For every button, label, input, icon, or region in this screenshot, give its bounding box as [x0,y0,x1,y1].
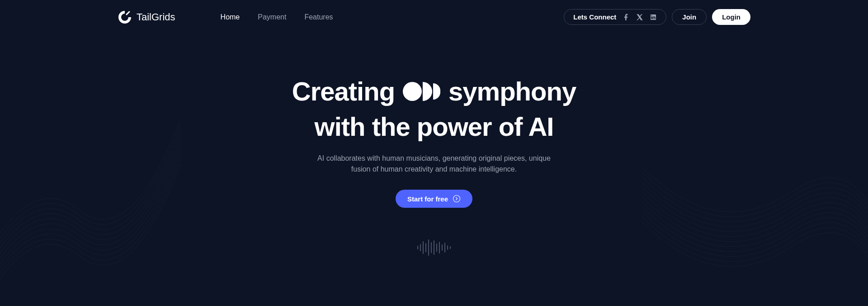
wave-bar [417,246,418,249]
connect-label: Lets Connect [573,13,616,21]
arrow-right-circle-icon [453,195,461,203]
start-for-free-button[interactable]: Start for free [396,190,472,208]
wave-bar [439,242,440,253]
wave-bar [420,244,421,251]
wave-bar [428,239,429,256]
audio-wave-icon [231,239,637,256]
wave-bar [434,240,434,255]
nav-link-payment[interactable]: Payment [258,13,286,21]
nav-link-features[interactable]: Features [304,13,333,21]
logo-icon [118,10,132,24]
headline-pre: Creating [292,77,395,106]
nav-link-home[interactable]: Home [221,13,240,21]
connect-pill: Lets Connect [564,9,666,25]
facebook-icon[interactable] [623,14,630,21]
wave-bar [444,243,445,253]
wave-bar [442,244,443,251]
cta-label: Start for free [407,195,448,203]
linkedin-icon[interactable] [650,14,657,21]
wave-decoration-right [642,145,868,306]
wave-bar [450,246,451,249]
brand-logo[interactable]: TailGrids [118,10,175,24]
wave-bar [431,242,432,253]
headline: Creating symphony with the power of AI [231,77,637,141]
headline-line2: with the power of AI [231,112,637,141]
wave-bar [425,243,426,252]
x-icon[interactable] [636,14,643,21]
wave-bar [447,245,448,250]
svg-point-0 [453,196,460,202]
subhead: AI collaborates with human musicians, ge… [307,153,561,176]
wave-bar [423,241,424,254]
hero-section: Creating symphony with the power of AI A… [231,77,637,256]
main-nav: TailGrids Home Payment Features Lets Con… [118,0,750,34]
nav-links: Home Payment Features [221,13,333,21]
join-button[interactable]: Join [672,9,707,25]
nav-right: Lets Connect Join Login [564,9,750,25]
login-button[interactable]: Login [712,9,750,25]
wave-decoration-left [0,113,181,306]
brand-name: TailGrids [137,11,175,23]
headline-shapes-icon [403,82,440,101]
wave-bar [436,244,437,252]
headline-post: symphony [448,77,576,106]
